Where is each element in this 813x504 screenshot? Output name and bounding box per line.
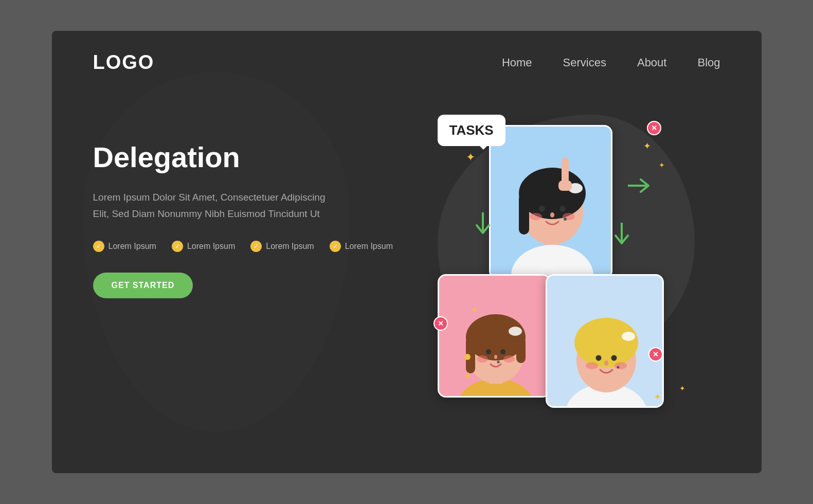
arrow-right: [612, 223, 631, 252]
logo: LOGO: [93, 51, 155, 74]
svg-point-28: [497, 361, 499, 364]
svg-point-38: [586, 362, 598, 369]
svg-point-27: [494, 355, 497, 359]
person-br-svg: [547, 276, 664, 408]
tasks-label: TASKS: [449, 122, 494, 138]
svg-point-11: [550, 212, 554, 218]
close-button-main[interactable]: ✕: [647, 121, 661, 135]
card-main-person: [489, 125, 612, 279]
svg-point-25: [477, 355, 488, 363]
check-icon-1: ✓: [93, 241, 104, 252]
checklist: ✓ Lorem Ipsum ✓ Lorem Ipsum ✓ Lorem Ipsu…: [93, 241, 422, 252]
check-icon-2: ✓: [172, 241, 183, 252]
close-button-br[interactable]: ✕: [648, 347, 663, 362]
star-1: ✦: [466, 151, 475, 164]
check-item-4: ✓ Lorem Ipsum: [330, 241, 393, 252]
check-label-1: Lorem Ipsum: [109, 242, 156, 251]
person-bl-svg: [439, 276, 551, 398]
star-3: ✦: [659, 161, 665, 169]
svg-point-9: [530, 213, 542, 220]
person-main-svg: [491, 127, 612, 279]
check-label-4: Lorem Ipsum: [345, 242, 393, 251]
check-item-2: ✓ Lorem Ipsum: [172, 241, 235, 252]
hero-left: Delegation Lorem Ipsum Dolor Sit Amet, C…: [93, 110, 422, 298]
nav-links: Home Services About Blog: [502, 56, 720, 69]
check-item-1: ✓ Lorem Ipsum: [93, 241, 156, 252]
hero-title: Delegation: [93, 140, 422, 174]
page-wrapper: LOGO Home Services About Blog Delegation…: [52, 31, 762, 473]
svg-point-7: [539, 206, 545, 212]
svg-rect-21: [516, 337, 526, 363]
svg-point-24: [500, 349, 505, 354]
svg-point-29: [464, 354, 471, 360]
star-2: ✦: [643, 140, 651, 152]
check-item-3: ✓ Lorem Ipsum: [250, 241, 314, 252]
svg-point-36: [595, 355, 601, 361]
nav-home[interactable]: Home: [502, 56, 532, 69]
card-bottom-left: [438, 274, 551, 398]
navbar: LOGO Home Services About Blog: [52, 31, 762, 89]
check-label-3: Lorem Ipsum: [266, 242, 314, 251]
check-icon-4: ✓: [330, 241, 341, 252]
star-7: ✦: [471, 305, 478, 315]
nav-services[interactable]: Services: [563, 56, 606, 69]
hero-illustration: TASKS: [422, 110, 720, 428]
star-4: ✦: [463, 370, 472, 382]
check-icon-3: ✓: [250, 241, 262, 252]
svg-point-35: [622, 332, 635, 341]
svg-rect-14: [558, 181, 572, 191]
tasks-bubble: TASKS: [438, 115, 505, 146]
arrow-top-right: [628, 176, 654, 199]
close-button-bl[interactable]: ✕: [433, 316, 448, 331]
svg-point-39: [615, 362, 627, 369]
svg-rect-5: [519, 193, 529, 235]
svg-point-8: [559, 206, 566, 212]
card-bottom-right: [546, 274, 664, 408]
check-label-2: Lorem Ipsum: [187, 242, 235, 251]
svg-point-41: [617, 366, 619, 369]
svg-point-22: [509, 327, 522, 336]
svg-point-26: [503, 355, 515, 363]
svg-point-34: [574, 318, 638, 367]
arrow-left: [474, 212, 492, 242]
nav-about[interactable]: About: [637, 56, 667, 69]
hero: Delegation Lorem Ipsum Dolor Sit Amet, C…: [52, 89, 762, 449]
get-started-button[interactable]: GET STARTED: [93, 273, 193, 298]
star-5: ✦: [654, 391, 661, 403]
svg-point-23: [486, 349, 491, 354]
svg-point-40: [604, 361, 608, 366]
svg-point-12: [564, 218, 567, 221]
star-6: ✦: [679, 384, 685, 392]
nav-blog[interactable]: Blog: [697, 56, 720, 69]
hero-description: Lorem Ipsum Dolor Sit Amet, Consectetuer…: [93, 189, 350, 223]
svg-point-37: [611, 355, 617, 361]
